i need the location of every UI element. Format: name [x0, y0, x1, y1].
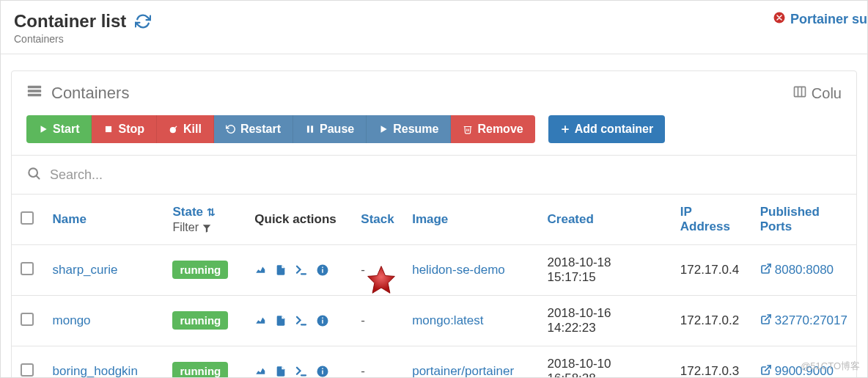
pause-button[interactable]: Pause [293, 115, 367, 143]
containers-table: Name State ⇅ Filter Quick actions Stack … [12, 194, 856, 378]
console-icon[interactable] [294, 314, 309, 327]
plus-icon [560, 124, 570, 134]
restart-icon [226, 124, 236, 134]
svg-rect-31 [323, 368, 324, 370]
search-row [12, 155, 856, 194]
stack-value: - [352, 245, 403, 296]
svg-rect-25 [323, 320, 324, 324]
column-created[interactable]: Created [548, 212, 594, 226]
kill-button[interactable]: Kill [157, 115, 214, 143]
image-link[interactable]: mongo:latest [412, 313, 483, 327]
columns-label: Colu [812, 85, 842, 102]
external-link-icon [760, 313, 772, 329]
error-icon [773, 11, 786, 28]
created-value: 2018-10-18 15:17:15 [539, 245, 672, 296]
external-link-icon [760, 364, 772, 379]
svg-rect-4 [794, 87, 805, 96]
state-badge: running [172, 311, 228, 330]
play-icon [378, 124, 389, 134]
stats-icon[interactable] [254, 365, 268, 378]
state-filter[interactable]: Filter [172, 221, 237, 234]
stats-icon[interactable] [254, 314, 268, 327]
external-link-icon [760, 263, 772, 278]
svg-marker-7 [41, 126, 47, 132]
column-state[interactable]: State ⇅ [172, 205, 215, 219]
svg-rect-10 [307, 126, 309, 132]
created-value: 2018-10-16 14:22:23 [539, 296, 672, 346]
column-name[interactable]: Name [53, 212, 87, 226]
svg-marker-12 [381, 126, 387, 132]
console-icon[interactable] [294, 365, 309, 378]
stack-value: - [352, 346, 403, 379]
image-link[interactable]: portainer/portainer [412, 364, 514, 378]
logs-icon[interactable] [275, 314, 287, 327]
stop-icon [103, 124, 114, 134]
port-link[interactable]: 8080:8080 [760, 263, 834, 278]
trash-icon [463, 124, 473, 134]
row-checkbox[interactable] [21, 262, 34, 275]
add-container-button[interactable]: Add container [548, 115, 666, 143]
pause-icon [305, 124, 315, 134]
svg-rect-20 [323, 269, 324, 273]
state-badge: running [172, 261, 228, 279]
column-stack[interactable]: Stack [361, 212, 394, 226]
inspect-icon[interactable] [316, 365, 329, 378]
svg-rect-3 [28, 94, 41, 97]
container-name-link[interactable]: sharp_curie [53, 263, 118, 277]
stack-value: - [352, 296, 403, 346]
logs-icon[interactable] [275, 365, 287, 378]
ip-value: 172.17.0.3 [672, 346, 751, 379]
row-checkbox[interactable] [21, 313, 34, 326]
table-row: sharp_curie running - helidon-se-demo 20… [12, 245, 856, 296]
column-ports[interactable]: Published Ports [760, 205, 820, 233]
container-name-link[interactable]: boring_hodgkin [53, 364, 138, 378]
restart-button[interactable]: Restart [214, 115, 293, 143]
start-button[interactable]: Start [26, 115, 92, 143]
refresh-icon[interactable] [135, 13, 151, 29]
stats-icon[interactable] [254, 263, 268, 277]
console-icon[interactable] [294, 263, 309, 277]
panel-title: Containers [51, 84, 129, 103]
search-icon [26, 166, 41, 183]
remove-button[interactable]: Remove [451, 115, 534, 143]
image-link[interactable]: helidon-se-demo [412, 263, 505, 277]
svg-rect-30 [323, 371, 324, 374]
search-input[interactable] [50, 167, 842, 183]
svg-line-22 [765, 264, 770, 269]
svg-line-16 [37, 176, 40, 179]
server-icon [26, 83, 43, 103]
state-badge: running [172, 362, 228, 378]
svg-point-9 [170, 127, 176, 133]
container-name-link[interactable]: mongo [53, 313, 91, 327]
column-image[interactable]: Image [412, 212, 448, 226]
svg-rect-2 [28, 90, 41, 92]
ip-value: 172.17.0.2 [672, 296, 751, 346]
table-row: mongo running - mongo:latest 2018-10-16 … [12, 296, 856, 346]
table-row: boring_hodgkin running - portainer/porta… [12, 346, 856, 379]
svg-marker-17 [203, 225, 211, 233]
support-link[interactable]: Portainer su [773, 11, 867, 28]
svg-rect-1 [28, 86, 41, 89]
row-checkbox[interactable] [21, 363, 34, 377]
stop-button[interactable]: Stop [92, 115, 157, 143]
containers-panel: Containers Colu Start Stop Kill [11, 70, 857, 378]
ip-value: 172.17.0.4 [672, 245, 751, 296]
inspect-icon[interactable] [316, 314, 329, 327]
port-link[interactable]: 32770:27017 [760, 313, 847, 329]
watermark: @51CTO博客 [801, 360, 860, 373]
svg-line-32 [765, 366, 770, 371]
svg-rect-26 [323, 318, 324, 319]
column-ip[interactable]: IP Address [680, 205, 730, 233]
resume-button[interactable]: Resume [367, 115, 451, 143]
support-label: Portainer su [790, 12, 867, 27]
select-all-checkbox[interactable] [21, 211, 34, 225]
svg-rect-21 [323, 267, 324, 269]
columns-button[interactable]: Colu [792, 84, 842, 103]
svg-rect-8 [106, 126, 111, 132]
created-value: 2018-10-10 16:58:28 [539, 346, 672, 379]
column-quick-actions: Quick actions [246, 195, 352, 245]
svg-rect-11 [311, 126, 313, 132]
svg-line-27 [765, 315, 770, 320]
logs-icon[interactable] [275, 263, 287, 277]
inspect-icon[interactable] [316, 263, 329, 277]
